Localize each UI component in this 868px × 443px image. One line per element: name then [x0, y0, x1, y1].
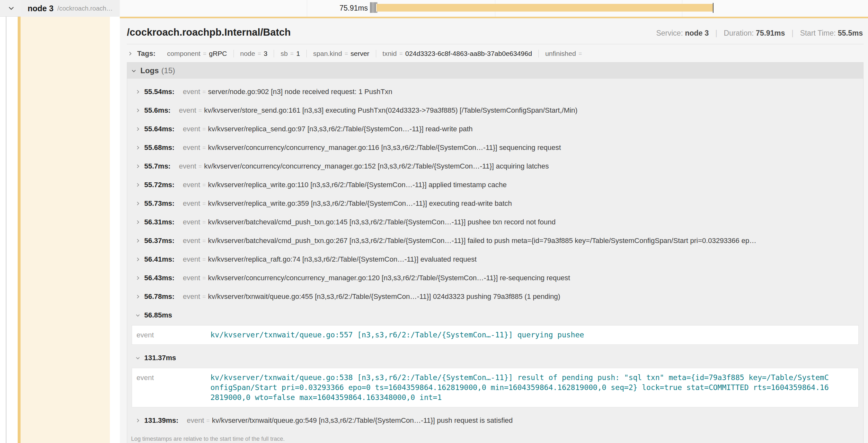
chevron-down-icon[interactable] [8, 4, 15, 11]
tag-value: gRPC [209, 50, 227, 58]
tag-item: sb=1 [274, 50, 307, 58]
log-time: 56.37ms: [144, 237, 175, 245]
log-row[interactable]: 56.43ms: event = kv/kvserver/concurrency… [127, 269, 863, 287]
log-field: event [183, 218, 200, 226]
log-equals: = [203, 294, 206, 300]
tag-key: component [167, 50, 200, 58]
log-row[interactable]: 55.73ms: event = kv/kvserver/replica_wri… [127, 194, 863, 213]
log-row[interactable]: 56.41ms: event = kv/kvserver/replica_raf… [127, 250, 863, 269]
log-equals: = [203, 219, 206, 226]
span-service-name: node 3 [28, 4, 54, 13]
log-field: event [183, 181, 200, 189]
log-time: 56.43ms: [144, 274, 175, 282]
span-bar[interactable] [376, 4, 713, 11]
log-row-expanded[interactable]: 131.37ms [127, 349, 863, 367]
log-time: 56.85ms [144, 311, 172, 319]
log-value: kv/kvserver/replica_write.go:110 [n3,s3,… [208, 181, 507, 189]
log-equals: = [206, 417, 210, 424]
log-time: 55.68ms: [144, 143, 175, 152]
chevron-right-icon [135, 145, 141, 150]
span-duration-label: 75.91ms [340, 4, 368, 12]
selected-span-highlight [21, 17, 110, 443]
log-value: kv/kvserver/batcheval/cmd_push_txn.go:14… [208, 218, 556, 226]
event-key: event [136, 330, 210, 340]
log-event-detail: event kv/kvserver/txnwait/queue.go:538 [… [132, 368, 859, 407]
log-event-detail: event kv/kvserver/txnwait/queue.go:557 [… [132, 325, 859, 345]
tag-item: component=gRPC [161, 50, 234, 58]
chevron-right-icon [135, 294, 141, 299]
log-row[interactable]: 55.72ms: event = kv/kvserver/replica_wri… [127, 176, 863, 194]
log-row[interactable]: 131.39ms: event = kv/kvserver/txnwait/qu… [127, 411, 863, 430]
chevron-right-icon [135, 219, 141, 225]
tags-list: component=gRPC node=3 sb=1 span.kind=ser… [161, 50, 591, 58]
log-field: event [183, 143, 200, 152]
log-time: 55.72ms: [144, 181, 175, 189]
log-value: kv/kvserver/replica_write.go:359 [n3,s3,… [208, 199, 512, 208]
tag-key: unfinished [545, 50, 576, 58]
span-meta: Service: node 3 | Duration: 75.91ms | St… [656, 29, 863, 38]
tags-label: Tags: [137, 49, 155, 58]
log-time: 56.31ms: [144, 218, 175, 226]
chevron-right-icon [135, 127, 141, 132]
log-value: kv/kvserver/concurrency/concurrency_mana… [204, 162, 549, 170]
log-equals: = [203, 182, 206, 189]
log-row[interactable]: 55.68ms: event = kv/kvserver/concurrency… [127, 138, 863, 157]
log-field: event [183, 125, 200, 133]
span-name-tab[interactable]: node 3 /cockroach.roach… [21, 0, 120, 17]
tag-equals: = [258, 50, 261, 57]
chevron-down-icon [135, 313, 141, 318]
chevron-right-icon [135, 238, 141, 243]
log-time: 55.6ms: [144, 106, 170, 114]
meta-divider: | [792, 29, 794, 37]
span-color-stripe [18, 2, 21, 443]
log-field: event [187, 416, 204, 425]
log-row-expanded[interactable]: 56.85ms [127, 306, 863, 325]
chevron-down-icon [131, 68, 136, 73]
log-field: event [179, 106, 196, 114]
left-rail-divider [6, 0, 6, 443]
log-row[interactable]: 56.31ms: event = kv/kvserver/batcheval/c… [127, 213, 863, 232]
timeline-gridline [307, 0, 307, 17]
log-row[interactable]: 55.6ms: event = kv/kvserver/store_send.g… [127, 101, 863, 120]
duration-value: 75.91ms [756, 29, 785, 37]
log-row[interactable]: 56.78ms: event = kv/kvserver/txnwait/que… [127, 287, 863, 306]
tag-equals: = [290, 50, 294, 57]
log-time: 55.64ms: [144, 125, 175, 133]
chevron-right-icon [135, 182, 141, 188]
log-time: 56.41ms: [144, 255, 175, 264]
log-row[interactable]: 55.7ms: event = kv/kvserver/concurrency/… [127, 157, 863, 176]
log-time: 131.37ms [144, 354, 176, 362]
log-field: event [179, 162, 196, 170]
log-time: 131.39ms: [144, 416, 178, 425]
tag-equals: = [203, 50, 207, 57]
log-equals: = [203, 89, 206, 95]
chevron-right-icon [127, 51, 133, 56]
tag-value: 1 [296, 50, 300, 58]
log-row-expanded-group: 131.37ms event kv/kvserver/txnwait/queue… [127, 349, 863, 407]
log-row[interactable]: 56.37ms: event = kv/kvserver/batcheval/c… [127, 232, 863, 250]
log-value: kv/kvserver/concurrency/concurrency_mana… [208, 143, 561, 152]
logs-title: Logs [141, 66, 159, 75]
log-field: event [183, 293, 200, 301]
log-value: kv/kvserver/replica_raft.go:74 [n3,s3,r6… [208, 255, 477, 264]
log-row[interactable]: 55.64ms: event = kv/kvserver/replica_sen… [127, 120, 863, 138]
tags-section[interactable]: Tags: component=gRPC node=3 sb=1 span.ki… [127, 44, 864, 62]
log-value: kv/kvserver/concurrency/concurrency_mana… [208, 274, 570, 282]
log-equals: = [198, 107, 202, 114]
log-time: 55.54ms: [144, 88, 175, 96]
tag-value: 024d3323-6c8f-4863-aa8b-37ab0e63496d [405, 50, 532, 58]
log-value: kv/kvserver/txnwait/queue.go:455 [n3,s3,… [208, 293, 561, 301]
tag-key: sb [280, 50, 287, 58]
tag-item: node=3 [234, 50, 274, 58]
log-equals: = [203, 275, 206, 281]
meta-divider: | [715, 29, 717, 37]
tag-equals: = [399, 50, 403, 57]
logs-header[interactable]: Logs (15) [127, 63, 863, 79]
chevron-right-icon [135, 164, 141, 169]
span-timeline: 75.91ms [120, 0, 868, 17]
log-field: event [183, 199, 200, 208]
log-row[interactable]: 55.54ms: event = server/node.go:902 [n3]… [127, 82, 863, 101]
service-value: node 3 [685, 29, 709, 37]
log-marker-end [713, 3, 713, 13]
log-value: kv/kvserver/batcheval/cmd_push_txn.go:26… [208, 237, 756, 245]
